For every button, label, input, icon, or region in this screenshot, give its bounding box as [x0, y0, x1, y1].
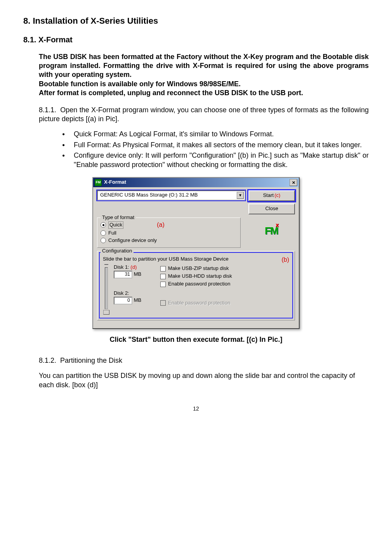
start-button-label: Start: [263, 192, 274, 199]
format-type-list: Quick Format: As Logical Format, it's si…: [23, 130, 369, 169]
disk2-size-input[interactable]: 0: [114, 297, 132, 305]
disk2-label: Disk 2:: [114, 290, 156, 297]
check-usb-zip-label: Make USB-ZIP startup disk: [168, 265, 229, 272]
list-item: Quick Format: As Logical Format, it's si…: [62, 130, 369, 139]
list-item: Configure device only: It will perform "…: [62, 151, 369, 169]
radio-quick-label: Quick: [108, 221, 123, 229]
section-8-1-1: 8.1.1. Open the X-Format program window,…: [23, 106, 369, 124]
fm-icon: FM: [95, 179, 102, 186]
check-password-1[interactable]: [160, 282, 166, 287]
close-icon[interactable]: ✕: [290, 179, 297, 186]
config-legend: Configuration: [101, 248, 134, 254]
dialog-titlebar: FM X-Format ✕: [93, 178, 299, 187]
mb-label: MB: [134, 297, 142, 303]
disk1-label: Disk 1:: [114, 264, 129, 270]
marker-c: (c): [274, 192, 280, 199]
check-password-2-label: Enable password protection: [168, 300, 230, 306]
slide-text: Slide the bar to partition your USB Mass…: [103, 256, 229, 262]
close-button[interactable]: Close: [248, 204, 295, 214]
section-text: Open the X-Format program window, you ca…: [39, 106, 369, 123]
marker-a: (a): [157, 221, 165, 229]
configuration-group: Configuration Slide the bar to partition…: [97, 251, 295, 320]
fm-logo-text: FM: [265, 224, 278, 238]
heading-sub: 8.1. X-Format: [23, 35, 369, 45]
close-button-label: Close: [265, 205, 278, 212]
section-8-1-2: 8.1.2. Partitioning the Disk: [23, 356, 369, 365]
radio-full-label: Full: [108, 230, 116, 237]
slider-knob[interactable]: [103, 310, 109, 315]
partition-slider[interactable]: [103, 264, 110, 315]
combo-text: GENERIC USB Mass Storage (O:) 31.2 MB: [100, 192, 198, 198]
start-button[interactable]: Start (c): [248, 190, 295, 201]
fm-logo: x FM: [262, 222, 281, 238]
figure-caption: Click "Start" button then execute format…: [23, 335, 369, 344]
marker-d: (d): [130, 264, 137, 270]
section-8-1-2-text: You can partition the USB DISK by moving…: [23, 371, 369, 390]
intro-paragraph: The USB DISK has been formatted at the F…: [23, 52, 369, 98]
check-usb-hdd[interactable]: [160, 274, 166, 279]
list-item: Full Format: As Physical Format, it make…: [62, 141, 369, 150]
dialog-title: X-Format: [104, 179, 290, 186]
check-usb-hdd-label: Make USB-HDD startup disk: [168, 273, 232, 280]
page-number: 12: [23, 405, 369, 412]
check-password-1-label: Enable password protection: [168, 281, 230, 287]
heading-main: 8. Installation of X-Series Utilities: [23, 16, 369, 27]
radio-configure[interactable]: [101, 238, 106, 243]
device-combo[interactable]: GENERIC USB Mass Storage (O:) 31.2 MB ▼: [97, 190, 245, 200]
check-password-2: [160, 300, 166, 306]
radio-full[interactable]: [101, 230, 106, 236]
chevron-down-icon[interactable]: ▼: [237, 192, 244, 199]
type-of-format-group: Type of format Quick (a) Full Configure …: [97, 218, 241, 248]
radio-configure-label: Configure device only: [108, 237, 157, 244]
radio-quick[interactable]: [101, 222, 106, 228]
type-legend: Type of format: [101, 214, 136, 221]
mb-label: MB: [134, 271, 142, 277]
check-usb-zip[interactable]: [160, 266, 166, 271]
section-number: 8.1.2.: [39, 356, 58, 365]
marker-b: (b): [281, 256, 289, 264]
disk1-size-input[interactable]: 31: [114, 271, 132, 278]
xformat-dialog: FM X-Format ✕ GENERIC USB Mass Storage (…: [92, 177, 300, 329]
section-title: Partitioning the Disk: [60, 357, 122, 364]
section-number: 8.1.1.: [39, 106, 58, 115]
